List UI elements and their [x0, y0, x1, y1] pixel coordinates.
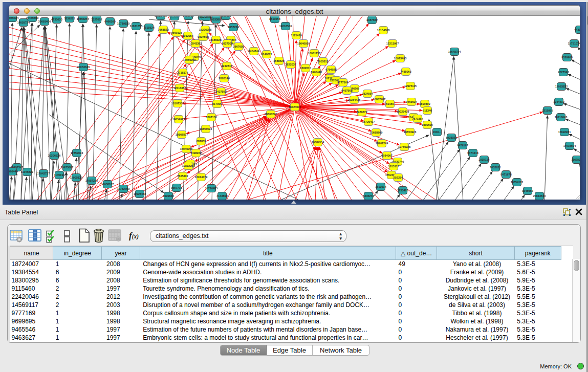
svg-text:7671884: 7671884	[412, 117, 423, 120]
svg-text:16782759: 16782759	[117, 187, 129, 190]
svg-text:8938923: 8938923	[446, 136, 456, 139]
svg-text:4143890: 4143890	[216, 194, 227, 198]
svg-text:18300295: 18300295	[265, 113, 277, 116]
svg-text:10543382: 10543382	[189, 42, 202, 45]
svg-text:12905135: 12905135	[70, 176, 82, 179]
svg-text:10973493: 10973493	[394, 57, 406, 60]
svg-text:8267150: 8267150	[206, 116, 216, 119]
svg-text:6794028: 6794028	[325, 68, 336, 71]
svg-text:1244419: 1244419	[553, 100, 564, 103]
svg-text:6479197: 6479197	[457, 144, 468, 147]
svg-text:10719155: 10719155	[117, 22, 129, 25]
svg-text:9084067: 9084067	[381, 154, 392, 157]
svg-text:8336273: 8336273	[363, 194, 374, 198]
svg-text:8427552: 8427552	[215, 90, 226, 93]
svg-text:15226058: 15226058	[199, 28, 211, 31]
svg-text:8454749: 8454749	[248, 50, 259, 53]
svg-text:887833: 887833	[197, 140, 206, 143]
svg-text:2087682: 2087682	[366, 18, 377, 21]
svg-text:10654112: 10654112	[511, 181, 523, 184]
svg-text:14055724: 14055724	[9, 16, 19, 19]
svg-text:16046756: 16046756	[180, 147, 192, 150]
svg-text:62160: 62160	[386, 102, 394, 105]
svg-text:19218506: 19218506	[279, 25, 292, 28]
svg-text:1839221: 1839221	[64, 17, 75, 20]
svg-text:6497508: 6497508	[341, 89, 352, 92]
svg-text:17359924: 17359924	[71, 151, 83, 155]
svg-text:3824554: 3824554	[362, 92, 373, 95]
svg-text:17016504: 17016504	[563, 144, 576, 147]
svg-text:9463627: 9463627	[406, 100, 417, 103]
svg-text:9242848: 9242848	[221, 64, 232, 68]
svg-text:10228452: 10228452	[155, 16, 167, 17]
svg-text:8186328: 8186328	[210, 38, 221, 41]
svg-text:9474444: 9474444	[467, 151, 478, 155]
svg-text:5498222: 5498222	[190, 151, 201, 155]
svg-text:1733426: 1733426	[397, 189, 408, 192]
svg-text:10807487: 10807487	[373, 98, 385, 101]
svg-text:7485063: 7485063	[400, 70, 411, 73]
svg-text:9245652: 9245652	[522, 189, 533, 192]
svg-text:17957225: 17957225	[85, 179, 98, 182]
svg-text:7857224: 7857224	[228, 26, 239, 29]
svg-text:18724007: 18724007	[289, 105, 301, 108]
svg-text:15692971: 15692971	[558, 130, 571, 134]
svg-text:3822037: 3822037	[285, 63, 296, 66]
svg-text:9329966: 9329966	[561, 56, 572, 59]
svg-text:18907249: 18907249	[376, 142, 388, 145]
svg-text:1999828: 1999828	[163, 194, 173, 198]
svg-text:20691406: 20691406	[38, 20, 51, 23]
svg-text:12213967: 12213967	[386, 42, 399, 45]
svg-text:19975867: 19975867	[61, 166, 73, 169]
svg-text:19299464: 19299464	[200, 16, 213, 18]
svg-text:911346: 911346	[423, 109, 432, 112]
svg-text:19654923: 19654923	[404, 130, 416, 134]
svg-text:20813640: 20813640	[533, 194, 546, 198]
svg-text:3917183: 3917183	[220, 16, 231, 17]
svg-text:1145194: 1145194	[54, 173, 65, 177]
svg-text:2066449: 2066449	[9, 170, 18, 173]
svg-text:22455603: 22455603	[26, 16, 38, 19]
svg-text:1167533: 1167533	[571, 158, 580, 161]
svg-text:16107553: 16107553	[171, 102, 184, 105]
svg-text:16210643: 16210643	[555, 116, 567, 119]
svg-text:16914479: 16914479	[195, 176, 207, 179]
svg-text:9146821: 9146821	[261, 53, 272, 56]
svg-text:12093822: 12093822	[555, 85, 568, 88]
svg-text:15720407: 15720407	[362, 120, 375, 123]
svg-text:1327602: 1327602	[91, 18, 102, 21]
svg-text:10025438: 10025438	[397, 110, 409, 113]
svg-text:18640910: 18640910	[297, 42, 310, 45]
svg-text:9660123: 9660123	[171, 31, 182, 34]
svg-text:2803144: 2803144	[219, 77, 230, 80]
svg-text:8813054: 8813054	[269, 17, 280, 20]
svg-text:9827508: 9827508	[222, 42, 232, 45]
svg-text:19166827: 19166827	[176, 133, 188, 136]
svg-text:7515524: 7515524	[143, 26, 155, 29]
svg-text:2718176: 2718176	[177, 71, 188, 74]
svg-text:1890399: 1890399	[419, 102, 430, 105]
svg-text:9827500: 9827500	[198, 35, 208, 38]
svg-text:19654925: 19654925	[172, 118, 185, 121]
svg-text:1513614: 1513614	[375, 185, 386, 188]
svg-text:9777169: 9777169	[337, 81, 348, 84]
svg-text:5215955: 5215955	[542, 109, 553, 112]
svg-text:1362615: 1362615	[300, 67, 311, 70]
svg-text:9657771: 9657771	[171, 186, 182, 189]
svg-text:7663822: 7663822	[158, 28, 168, 31]
svg-text:4735650: 4735650	[51, 18, 62, 21]
svg-text:4439167: 4439167	[574, 28, 580, 31]
svg-text:8990448: 8990448	[311, 71, 321, 74]
svg-text:16671355: 16671355	[130, 25, 142, 28]
svg-text:1125419: 1125419	[291, 34, 301, 37]
svg-text:8912954: 8912954	[182, 34, 193, 37]
svg-text:16648784: 16648784	[448, 50, 461, 53]
svg-text:10688609: 10688609	[370, 131, 382, 134]
svg-text:7955812: 7955812	[317, 60, 328, 63]
svg-text:7986372: 7986372	[356, 111, 367, 114]
svg-text:15716485: 15716485	[205, 187, 217, 190]
svg-text:1588520: 1588520	[273, 59, 284, 62]
svg-text:1615112: 1615112	[388, 165, 399, 168]
svg-text:9227342: 9227342	[558, 71, 569, 74]
svg-text:1640...: 1640...	[433, 130, 442, 134]
